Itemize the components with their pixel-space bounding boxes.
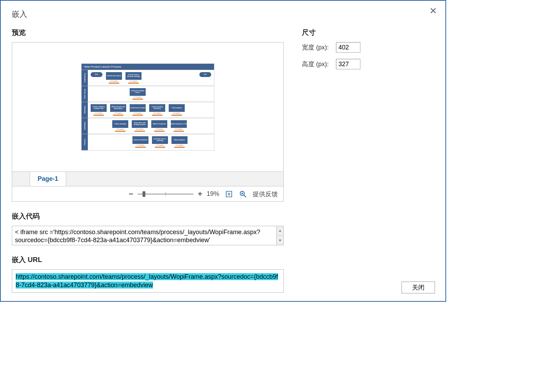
embedded-diagram: New Product Launch Process Engineering S… <box>81 63 214 151</box>
zoom-tool-icon[interactable] <box>239 190 247 198</box>
diagram-node: Select 3-5 partners <box>151 120 167 128</box>
embed-url-box[interactable]: https://contoso.sharepoint.com/teams/pro… <box>12 269 284 293</box>
embed-code-section: 嵌入代码 ▲ ▼ <box>12 212 284 245</box>
swimlanes: Engineering Start Develop the product% C… <box>82 70 214 150</box>
diagram-node: Create launch content <box>130 104 146 112</box>
diagram-node: Submit nominations <box>132 136 148 144</box>
scroll-down-icon[interactable]: ▼ <box>277 236 283 245</box>
diagram-node: Share the plan with stakeholders <box>110 104 126 112</box>
diagram-node: Develop the product <box>106 72 122 80</box>
embed-code-box: ▲ ▼ <box>12 226 284 245</box>
preview-tabs: Page-1 <box>12 171 283 186</box>
diagram-node: End <box>199 72 211 77</box>
preview-heading: 预览 <box>12 28 284 37</box>
embed-code-heading: 嵌入代码 <box>12 212 284 221</box>
diagram-node: Share plans with strategic partners <box>132 120 148 128</box>
embed-url-section: 嵌入 URL https://contoso.sharepoint.com/te… <box>12 255 284 293</box>
feedback-link[interactable]: 提供反馈 <box>253 190 278 198</box>
dialog-title: 嵌入 <box>12 9 434 20</box>
preview-box: New Product Launch Process Engineering S… <box>12 42 284 202</box>
embed-url-value: https://contoso.sharepoint.com/teams/pro… <box>16 273 278 289</box>
dialog-columns: 预览 New Product Launch Process Engineerin… <box>12 28 434 293</box>
embed-code-textarea[interactable] <box>12 226 276 245</box>
zoom-slider[interactable] <box>138 193 193 195</box>
lane-label: Subsidiary <box>82 118 88 134</box>
lane-partners: Partners Submit nominations% Complete Ed… <box>82 134 214 150</box>
zoom-controls: − + 19% <box>128 190 219 199</box>
diagram-node: Start <box>91 72 102 77</box>
preview-toolbar: − + 19% <box>12 186 283 201</box>
diagram-node: Provide internal download package <box>125 72 142 80</box>
embed-code-scroll: ▲ ▼ <box>276 226 283 245</box>
preview-column: 预览 New Product Launch Process Engineerin… <box>12 28 284 293</box>
lane-label: Demo Group <box>82 86 88 102</box>
width-input[interactable] <box>336 42 360 53</box>
diagram-node: Report progress to HQ <box>171 120 187 128</box>
diagram-node: Create and validate Demos <box>130 88 146 96</box>
diagram-node: Track progress <box>169 104 185 112</box>
zoom-level: 19% <box>207 190 219 198</box>
diagram-node: Create marketing Invitation Plan <box>91 104 107 112</box>
height-row: 高度 (px): <box>302 59 434 69</box>
close-button[interactable]: 关闭 <box>402 282 435 293</box>
svg-line-2 <box>244 195 246 197</box>
zoom-slider-thumb[interactable] <box>143 191 145 197</box>
embed-url-heading: 嵌入 URL <box>12 255 284 264</box>
diagram-node: Report progress <box>171 136 188 144</box>
lane-label: Partners <box>82 134 88 150</box>
embed-dialog: 嵌入 ✕ 预览 New Product Launch Process Engin… <box>0 0 446 302</box>
zoom-in-button[interactable]: + <box>197 190 203 199</box>
scroll-up-icon[interactable]: ▲ <box>277 226 283 236</box>
lane-subsidiary: Subsidiary Create campaign% Complete Sha… <box>82 118 214 134</box>
height-label: 高度 (px): <box>302 60 330 68</box>
dimensions-column: 尺寸 宽度 (px): 高度 (px): <box>302 28 434 293</box>
tab-page-1[interactable]: Page-1 <box>30 172 66 186</box>
width-row: 宽度 (px): <box>302 42 434 53</box>
lane-engineering: Engineering Start Develop the product% C… <box>82 70 214 86</box>
lane-label: Engineering <box>82 70 88 86</box>
diagram-node: Create reporting framework <box>149 104 165 112</box>
preview-canvas[interactable]: New Product Launch Process Engineering S… <box>12 43 283 171</box>
lane-label: Marketing <box>82 102 88 118</box>
lane-demo: Demo Group Create and validate Demos% Co… <box>82 86 214 102</box>
width-label: 宽度 (px): <box>302 43 330 52</box>
diagram-node: Education and co-marketing <box>152 136 168 144</box>
height-input[interactable] <box>336 59 360 69</box>
dimensions-heading: 尺寸 <box>302 28 434 37</box>
fit-to-window-icon[interactable] <box>225 190 233 198</box>
close-icon[interactable]: ✕ <box>428 6 438 17</box>
lane-marketing: Marketing Create marketing Invitation Pl… <box>82 102 214 118</box>
diagram-title: New Product Launch Process <box>82 64 214 70</box>
diagram-node: Create campaign <box>112 120 128 128</box>
zoom-out-button[interactable]: − <box>128 190 134 199</box>
